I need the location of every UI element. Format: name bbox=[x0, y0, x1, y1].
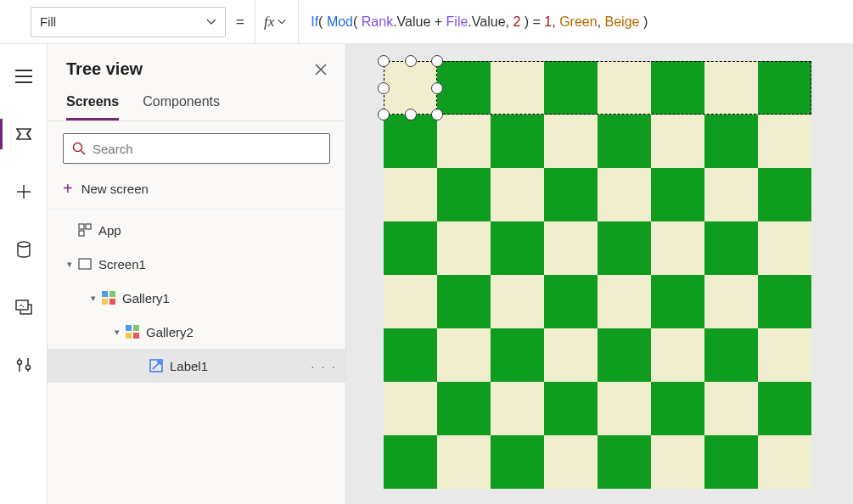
board-cell[interactable] bbox=[491, 382, 544, 435]
board-cell[interactable] bbox=[384, 435, 437, 489]
board-cell[interactable] bbox=[384, 115, 437, 168]
board-cell[interactable] bbox=[758, 221, 811, 275]
board-cell[interactable] bbox=[651, 221, 704, 275]
board-cell[interactable] bbox=[491, 168, 544, 221]
chevron-icon[interactable]: ▾ bbox=[87, 293, 100, 304]
board-cell[interactable] bbox=[651, 168, 704, 221]
board-cell[interactable] bbox=[704, 115, 758, 168]
resize-handle[interactable] bbox=[378, 109, 390, 120]
board-cell[interactable] bbox=[437, 168, 491, 221]
board-cell[interactable] bbox=[544, 435, 598, 489]
board-cell[interactable] bbox=[598, 382, 651, 435]
close-icon[interactable] bbox=[315, 64, 327, 76]
board-cell[interactable] bbox=[491, 435, 544, 489]
search-field[interactable] bbox=[93, 142, 321, 156]
chevron-icon[interactable]: ▾ bbox=[63, 259, 76, 270]
search-input[interactable] bbox=[63, 133, 330, 164]
resize-handle[interactable] bbox=[431, 55, 443, 67]
canvas[interactable] bbox=[346, 44, 853, 504]
board-cell[interactable] bbox=[544, 382, 598, 435]
board-cell[interactable] bbox=[758, 275, 811, 328]
board-cell[interactable] bbox=[544, 275, 598, 328]
board-cell[interactable] bbox=[704, 221, 758, 275]
insert-icon[interactable] bbox=[7, 175, 41, 209]
board-cell[interactable] bbox=[598, 275, 651, 328]
board-cell[interactable] bbox=[704, 61, 758, 115]
board-cell[interactable] bbox=[491, 61, 544, 115]
board-cell[interactable] bbox=[491, 275, 544, 328]
board-cell[interactable] bbox=[651, 115, 704, 168]
board-cell[interactable] bbox=[384, 61, 437, 115]
resize-handle[interactable] bbox=[378, 55, 390, 67]
board-cell[interactable] bbox=[598, 435, 651, 489]
tree-item-gallery1[interactable]: ▾Gallery1 bbox=[48, 281, 345, 315]
media-icon[interactable] bbox=[7, 290, 41, 324]
tree-list: App▾Screen1▾Gallery1▾Gallery2Label1· · · bbox=[48, 210, 345, 504]
board-cell[interactable] bbox=[758, 382, 811, 435]
board-cell[interactable] bbox=[598, 115, 651, 168]
board-cell[interactable] bbox=[544, 328, 598, 382]
tree-item-screen1[interactable]: ▾Screen1 bbox=[48, 247, 345, 281]
resize-handle[interactable] bbox=[431, 82, 443, 94]
board-cell[interactable] bbox=[598, 168, 651, 221]
board-cell[interactable] bbox=[437, 328, 491, 382]
board-cell[interactable] bbox=[437, 115, 491, 168]
board-cell[interactable] bbox=[384, 275, 437, 328]
tree-item-app[interactable]: App bbox=[48, 213, 345, 247]
fx-button[interactable]: fx bbox=[255, 0, 299, 44]
board-cell[interactable] bbox=[651, 328, 704, 382]
board-cell[interactable] bbox=[651, 382, 704, 435]
chevron-icon[interactable]: ▾ bbox=[110, 327, 124, 338]
board-cell[interactable] bbox=[758, 328, 811, 382]
more-icon[interactable]: · · · bbox=[311, 359, 337, 373]
board-cell[interactable] bbox=[758, 61, 811, 115]
board-cell[interactable] bbox=[598, 61, 651, 115]
board-cell[interactable] bbox=[704, 168, 758, 221]
new-screen-button[interactable]: + New screen bbox=[48, 169, 345, 210]
board-cell[interactable] bbox=[758, 115, 811, 168]
board-cell[interactable] bbox=[437, 382, 491, 435]
board-cell[interactable] bbox=[758, 435, 811, 489]
board-cell[interactable] bbox=[758, 168, 811, 221]
board-cell[interactable] bbox=[651, 61, 704, 115]
board-cell[interactable] bbox=[704, 382, 758, 435]
board-cell[interactable] bbox=[704, 328, 758, 382]
resize-handle[interactable] bbox=[431, 109, 443, 120]
board-cell[interactable] bbox=[704, 435, 758, 489]
tree-item-label1[interactable]: Label1· · · bbox=[48, 349, 345, 383]
tab-components[interactable]: Components bbox=[143, 87, 220, 120]
tab-screens[interactable]: Screens bbox=[66, 87, 119, 120]
resize-handle[interactable] bbox=[405, 109, 417, 120]
settings-icon[interactable] bbox=[7, 348, 41, 382]
board-cell[interactable] bbox=[651, 435, 704, 489]
resize-handle[interactable] bbox=[405, 55, 417, 67]
tree-item-gallery2[interactable]: ▾Gallery2 bbox=[48, 315, 345, 349]
svg-point-2 bbox=[17, 361, 21, 365]
formula-input[interactable]: If( Mod( Rank.Value + File.Value, 2 ) = … bbox=[299, 0, 853, 44]
board-cell[interactable] bbox=[384, 168, 437, 221]
board-cell[interactable] bbox=[384, 221, 437, 275]
tree-view-icon[interactable] bbox=[7, 117, 41, 151]
board-cell[interactable] bbox=[384, 328, 437, 382]
board-cell[interactable] bbox=[437, 275, 491, 328]
board-cell[interactable] bbox=[437, 61, 491, 115]
data-icon[interactable] bbox=[7, 232, 41, 266]
board-cell[interactable] bbox=[491, 328, 544, 382]
board-cell[interactable] bbox=[544, 115, 598, 168]
board-cell[interactable] bbox=[491, 115, 544, 168]
board-cell[interactable] bbox=[598, 221, 651, 275]
property-selector[interactable]: Fill bbox=[31, 7, 226, 37]
board-cell[interactable] bbox=[437, 221, 491, 275]
resize-handle[interactable] bbox=[378, 82, 390, 94]
board-cell[interactable] bbox=[544, 61, 598, 115]
board-cell[interactable] bbox=[384, 382, 437, 435]
hamburger-icon[interactable] bbox=[7, 59, 41, 93]
left-rail bbox=[0, 44, 48, 504]
board-cell[interactable] bbox=[704, 275, 758, 328]
board-cell[interactable] bbox=[598, 328, 651, 382]
board-cell[interactable] bbox=[491, 221, 544, 275]
board-cell[interactable] bbox=[651, 275, 704, 328]
board-cell[interactable] bbox=[544, 221, 598, 275]
board-cell[interactable] bbox=[437, 435, 491, 489]
board-cell[interactable] bbox=[544, 168, 598, 221]
